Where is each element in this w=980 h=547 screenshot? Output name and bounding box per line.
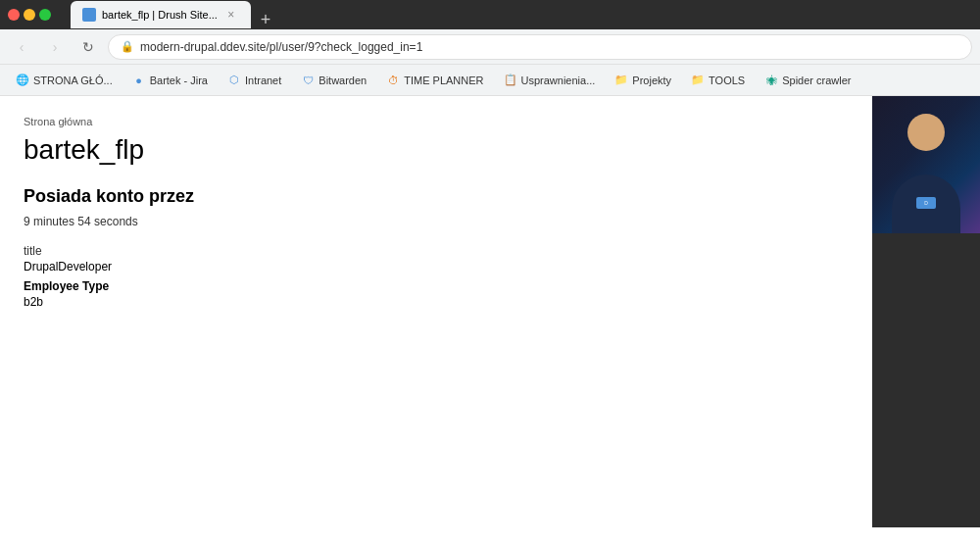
section-heading: Posiada konto przez xyxy=(24,186,849,207)
bookmark-timeplanner-icon: ⏱ xyxy=(386,74,400,87)
new-tab-btn[interactable]: + xyxy=(253,11,279,28)
bookmark-projekty[interactable]: 📁 Projekty xyxy=(607,70,679,91)
person-body: D xyxy=(892,174,960,233)
field-value-employee-type: b2b xyxy=(24,295,849,309)
webcam-overlay: D xyxy=(872,96,980,233)
bookmark-timeplanner-label: TIME PLANNER xyxy=(404,75,483,86)
bookmark-spider-icon: 🕷 xyxy=(764,74,778,87)
window-close-btn[interactable] xyxy=(8,9,20,21)
bookmark-intranet-label: Intranet xyxy=(245,75,281,86)
duration-text: 9 minutes 54 seconds xyxy=(24,215,849,228)
webcam-person: D xyxy=(872,96,980,233)
bookmark-bitwarden[interactable]: 🛡 Bitwarden xyxy=(293,70,374,91)
browser-chrome: bartek_flp | Drush Site... × + ‹ › ↻ 🔒 m… xyxy=(0,0,980,527)
window-minimize-btn[interactable] xyxy=(24,9,35,21)
bookmark-projekty-label: Projekty xyxy=(632,75,671,86)
tab-close-btn[interactable]: × xyxy=(223,7,239,23)
forward-btn[interactable]: › xyxy=(41,33,69,61)
nav-bar: ‹ › ↻ 🔒 modern-drupal.ddev.site/pl/user/… xyxy=(0,29,980,65)
bookmark-tools-label: TOOLS xyxy=(709,75,745,86)
reload-btn[interactable]: ↻ xyxy=(74,33,102,61)
bookmark-usprawnienia-icon: 📋 xyxy=(504,74,517,87)
bookmark-intranet[interactable]: ⬡ Intranet xyxy=(220,70,289,91)
bookmark-strona-label: STRONA GŁÓ... xyxy=(33,75,113,86)
window-controls xyxy=(8,9,51,21)
bookmark-spider[interactable]: 🕷 Spider crawler xyxy=(757,70,858,91)
bookmarks-bar: 🌐 STRONA GŁÓ... ● Bartek - Jira ⬡ Intran… xyxy=(0,65,980,96)
bookmark-bitwarden-label: Bitwarden xyxy=(318,75,367,86)
page-title: bartek_flp xyxy=(24,133,849,167)
title-bar: bartek_flp | Drush Site... × + xyxy=(0,0,980,29)
address-text: modern-drupal.ddev.site/pl/user/9?check_… xyxy=(140,40,422,54)
bookmark-tools-icon: 📁 xyxy=(691,74,705,87)
bookmark-projekty-icon: 📁 xyxy=(614,74,628,87)
person-head xyxy=(907,114,945,151)
bookmark-jira-icon: ● xyxy=(132,74,146,87)
bookmark-usprawnienia[interactable]: 📋 Usprawnienia... xyxy=(496,70,604,91)
breadcrumb: Strona główna xyxy=(24,116,849,127)
window-maximize-btn[interactable] xyxy=(39,9,51,21)
bookmark-jira-label: Bartek - Jira xyxy=(150,75,208,86)
bookmark-tools[interactable]: 📁 TOOLS xyxy=(683,70,753,91)
bookmark-strona[interactable]: 🌐 STRONA GŁÓ... xyxy=(8,70,121,91)
bookmark-timeplanner[interactable]: ⏱ TIME PLANNER xyxy=(378,70,491,91)
bookmark-spider-label: Spider crawler xyxy=(782,75,851,86)
field-value-title: DrupalDeveloper xyxy=(24,260,849,274)
tab-title: bartek_flp | Drush Site... xyxy=(102,9,218,21)
active-tab[interactable]: bartek_flp | Drush Site... × xyxy=(71,1,251,28)
shirt-logo: D xyxy=(916,197,936,209)
tab-favicon xyxy=(82,8,96,22)
field-label-employee-type: Employee Type xyxy=(24,279,849,293)
bookmark-usprawnienia-label: Usprawnienia... xyxy=(521,75,596,86)
field-label-title: title xyxy=(24,244,849,258)
bookmark-strona-icon: 🌐 xyxy=(16,74,29,87)
back-btn[interactable]: ‹ xyxy=(8,33,35,61)
address-bar[interactable]: 🔒 modern-drupal.ddev.site/pl/user/9?chec… xyxy=(108,34,972,60)
bookmark-jira[interactable]: ● Bartek - Jira xyxy=(124,70,216,91)
page-content: Strona główna bartek_flp Posiada konto p… xyxy=(0,96,872,527)
lock-icon: 🔒 xyxy=(121,40,134,53)
bookmark-bitwarden-icon: 🛡 xyxy=(301,74,315,87)
bookmark-intranet-icon: ⬡ xyxy=(227,74,241,87)
tab-bar: bartek_flp | Drush Site... × + xyxy=(63,1,286,28)
browser-content: Strona główna bartek_flp Posiada konto p… xyxy=(0,96,980,527)
